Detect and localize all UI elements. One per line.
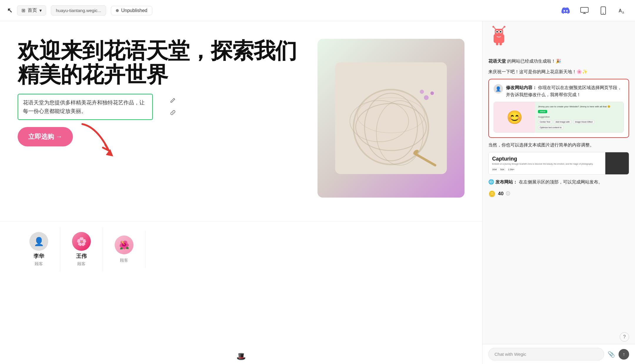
chat-header	[482, 21, 635, 53]
customer-avatar-2: 🌸	[72, 232, 91, 251]
customer-name-1: 李华	[34, 253, 44, 260]
scroll-indicator: 🎩	[236, 352, 246, 361]
mini-screenshot-2: Capturing Embark on a journey through Sc…	[488, 152, 629, 175]
mini2-stat-1: 30M	[492, 168, 497, 171]
home-page-icon: ⊞	[21, 8, 25, 13]
chat-input[interactable]: Chat with Wegic	[488, 348, 604, 360]
svg-point-28	[492, 26, 494, 28]
chevron-down-icon[interactable]: ▾	[39, 8, 42, 13]
send-icon: ↑	[623, 352, 625, 357]
badge-dot	[116, 9, 119, 12]
mini-person-icon: 😊	[507, 110, 523, 125]
svg-text:A: A	[619, 8, 622, 13]
svg-rect-0	[581, 7, 588, 12]
mini2-subtitle: Embark on a journey through Scarlett's l…	[492, 163, 602, 166]
info-icon: ⓘ	[506, 191, 510, 196]
customer-item-2: 🌸 王伟 顾客	[60, 227, 103, 271]
unpublished-badge: Unpublished	[111, 6, 152, 15]
top-bar-left: ↖ ⊞ 首页 ▾ huayu-tiantang.wegic... Unpubli…	[7, 5, 152, 16]
hero-image	[317, 39, 464, 198]
website-preview: 欢迎来到花语天堂，探索我们精美的花卉世界 花语天堂为您提供多样精美花卉和独特花艺…	[0, 21, 482, 364]
extra-text: 当然，你也可以选择文本或图片进行简单的内容调整。	[488, 142, 594, 147]
mini2-stat-2: 50K	[500, 168, 504, 171]
mini2-left: Capturing Embark on a journey through Sc…	[489, 152, 605, 174]
svg-point-18	[424, 95, 429, 100]
top-bar-right: A a	[560, 5, 628, 16]
credits-count: 40	[498, 191, 504, 197]
help-container: ?	[482, 332, 635, 344]
link-subtitle-button[interactable]	[168, 108, 178, 117]
feature-label: 修改网站内容：	[506, 85, 537, 90]
help-button[interactable]: ?	[620, 332, 629, 342]
url-bar[interactable]: huayu-tiantang.wegic...	[51, 5, 106, 16]
top-bar: ↖ ⊞ 首页 ▾ huayu-tiantang.wegic... Unpubli…	[0, 0, 635, 21]
customer-role-1: 顾客	[35, 261, 43, 267]
mini-actions: Center Text Add Image with Image Hover E…	[538, 120, 621, 129]
hero-right	[317, 39, 464, 198]
hero-subtitle-text: 花语天堂为您提供多样精美花卉和独特花艺作品，让每一份心意都能绽放美丽。	[23, 100, 145, 114]
send-button[interactable]: ↑	[619, 349, 629, 360]
mini-left: 😊	[494, 102, 535, 132]
url-text: huayu-tiantang.wegic...	[56, 8, 101, 13]
discord-button[interactable]	[560, 5, 572, 16]
hero-subtitle-box[interactable]: 花语天堂为您提供多样精美花卉和独特花艺作品，让每一份心意都能绽放美丽。	[18, 94, 153, 120]
mini2-right	[605, 152, 629, 174]
mini-action-4: Optimize text content to:	[538, 126, 564, 129]
hero-title: 欢迎来到花语天堂，探索我们精美的花卉世界	[18, 39, 306, 87]
mini-screenshot-1: 😊 Jimmy you can to create your Website? …	[494, 102, 624, 133]
mini-text-line-1: Jimmy you can to create your Website? Ji…	[538, 105, 621, 108]
chat-panel: 花语天堂 的网站已经成功生成啦！🎉 来庆祝一下吧！这可是你的网上花店新天地！🌸✨…	[482, 21, 635, 364]
feature-box-text: 修改网站内容： 你现在可以在左侧预览区域选择网页节段，并告诉我想修改什么，我将帮…	[506, 84, 624, 98]
back-arrow-icon[interactable]: ↖	[7, 7, 12, 14]
feature-box: 👤 修改网站内容： 你现在可以在左侧预览区域选择网页节段，并告诉我想修改什么，我…	[488, 79, 629, 138]
red-arrow	[73, 121, 121, 174]
greeting-message: 花语天堂 的网站已经成功生成啦！🎉	[488, 58, 629, 65]
svg-point-19	[430, 91, 434, 95]
svg-point-20	[420, 90, 424, 94]
coin-icon: 🪙	[488, 190, 496, 197]
chat-messages: 花语天堂 的网站已经成功生成啦！🎉 来庆祝一下吧！这可是你的网上花店新天地！🌸✨…	[482, 53, 635, 332]
mini-action-1: Center Text	[538, 120, 552, 124]
mobile-icon[interactable]	[597, 5, 609, 16]
feature-box-avatar: 👤	[494, 84, 503, 93]
customer-avatar-3: 🌺	[115, 236, 133, 254]
chat-input-placeholder: Chat with Wegic	[494, 352, 526, 357]
monitor-icon[interactable]	[579, 5, 590, 16]
svg-text:a: a	[622, 10, 624, 14]
greeting-bold: 花语天堂	[488, 59, 506, 64]
mini-action-2: Add Image with	[554, 120, 572, 124]
customers-section: 👤 李华 顾客 🌸 王伟 顾客 🌺 顾客	[0, 221, 482, 277]
main-content: 欢迎来到花语天堂，探索我们精美的花卉世界 花语天堂为您提供多样精美花卉和独特花艺…	[0, 21, 635, 364]
svg-rect-31	[496, 42, 498, 45]
cta-button[interactable]: 立即选购 →	[18, 127, 73, 146]
preview-area[interactable]: 欢迎来到花语天堂，探索我们精美的花卉世界 花语天堂为您提供多样精美花卉和独特花艺…	[0, 21, 482, 364]
svg-point-4	[603, 13, 604, 14]
svg-marker-7	[106, 149, 113, 156]
customer-item-3: 🌺 顾客	[103, 231, 146, 268]
publish-description: 在左侧展示区的顶部，可以完成网站发布。	[519, 179, 603, 184]
mini-tag: #8600	[538, 110, 547, 113]
home-label: 首页	[28, 7, 37, 14]
publish-message: 🌐 发布网站： 在左侧展示区的顶部，可以完成网站发布。	[488, 178, 629, 186]
svg-point-25	[497, 31, 498, 33]
hero-left: 欢迎来到花语天堂，探索我们精美的花卉世界 花语天堂为您提供多样精美花卉和独特花艺…	[18, 39, 306, 146]
mini-suggestion: Suggestion	[538, 116, 621, 118]
svg-point-26	[500, 31, 502, 33]
text-size-icon[interactable]: A a	[616, 5, 628, 16]
customer-role-3: 顾客	[120, 258, 128, 263]
edit-subtitle-button[interactable]	[168, 96, 178, 105]
svg-rect-21	[494, 34, 504, 43]
cta-label: 立即选购 →	[28, 132, 62, 141]
mini-right: Jimmy you can to create your Website? Ji…	[535, 102, 624, 132]
subtitle-actions	[168, 96, 178, 117]
credits-row: 🪙 40 ⓘ	[488, 190, 629, 197]
attachment-button[interactable]: 📎	[608, 351, 615, 358]
robot-container	[488, 26, 509, 48]
mini2-stats: 30M 50K 2.5M+	[492, 168, 602, 171]
feature-box-header: 👤 修改网站内容： 你现在可以在左侧预览区域选择网页节段，并告诉我想修改什么，我…	[494, 84, 624, 98]
mini2-stat-3: 2.5M+	[508, 168, 514, 171]
subtext: 来庆祝一下吧！这可是你的网上花店新天地！🌸✨	[488, 69, 588, 74]
unpublished-label: Unpublished	[121, 8, 147, 13]
publish-label: 发布网站：	[495, 179, 517, 184]
home-button[interactable]: ⊞ 首页 ▾	[17, 5, 46, 16]
